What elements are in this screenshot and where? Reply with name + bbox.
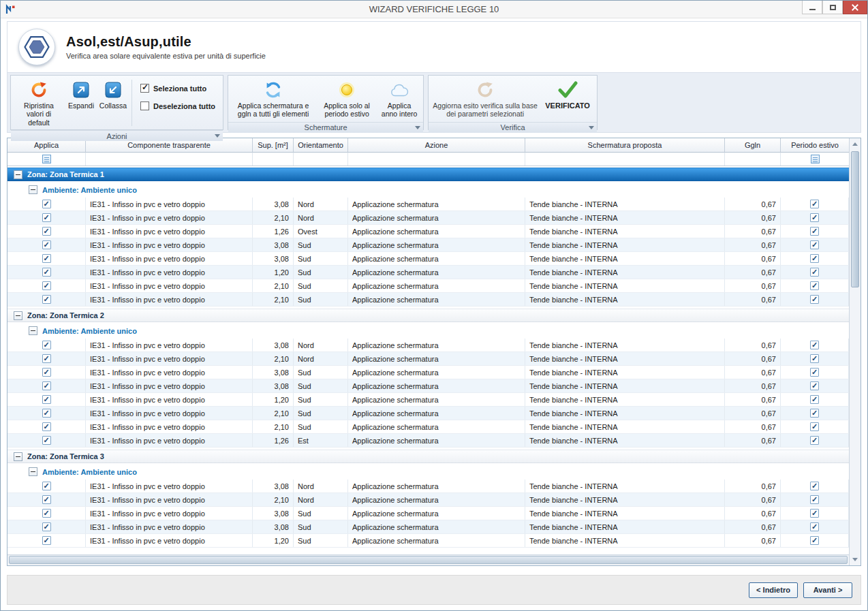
- filter-cell-componente[interactable]: [86, 153, 253, 166]
- applica-checkbox[interactable]: [42, 436, 51, 445]
- applica-checkbox[interactable]: [42, 368, 51, 377]
- table-row[interactable]: IE31 - Infisso in pvc e vetro doppio1,26…: [7, 434, 849, 448]
- periodo-estivo-checkbox[interactable]: [810, 281, 819, 290]
- verificato-button[interactable]: VERIFICATO: [540, 77, 595, 121]
- ripristina-default-button[interactable]: Ripristina valori di default: [13, 77, 65, 129]
- applica-checkbox[interactable]: [42, 268, 51, 277]
- scroll-down-button[interactable]: [850, 554, 861, 565]
- applica-checkbox[interactable]: [42, 240, 51, 249]
- table-row[interactable]: IE31 - Infisso in pvc e vetro doppio3,08…: [7, 379, 849, 393]
- seleziona-tutto-checkbox[interactable]: Seleziona tutto: [140, 84, 215, 93]
- applica-checkbox[interactable]: [42, 509, 51, 518]
- dialog-launcher-icon[interactable]: [415, 126, 420, 129]
- filter-cell-azione[interactable]: [348, 153, 525, 166]
- vertical-scrollbar[interactable]: [849, 138, 861, 565]
- column-header-orientamento[interactable]: Orientamento: [294, 138, 348, 153]
- applica-anno-intero-button[interactable]: Applica anno intero: [377, 77, 421, 121]
- column-header-periodo-estivo[interactable]: Periodo estivo: [781, 138, 849, 153]
- periodo-estivo-checkbox[interactable]: [810, 395, 819, 404]
- applica-checkbox[interactable]: [42, 409, 51, 418]
- periodo-estivo-checkbox[interactable]: [810, 227, 819, 236]
- dialog-launcher-icon[interactable]: [589, 126, 594, 129]
- column-header-sup[interactable]: Sup. [m²]: [253, 138, 294, 153]
- table-row[interactable]: IE31 - Infisso in pvc e vetro doppio2,10…: [7, 420, 849, 434]
- applica-checkbox[interactable]: [42, 422, 51, 431]
- table-row[interactable]: IE31 - Infisso in pvc e vetro doppio3,08…: [7, 520, 849, 534]
- table-row[interactable]: IE31 - Infisso in pvc e vetro doppio3,08…: [7, 480, 849, 493]
- table-row[interactable]: IE31 - Infisso in pvc e vetro doppio2,10…: [7, 293, 849, 307]
- applica-checkbox[interactable]: [42, 281, 51, 290]
- zone-group-row[interactable]: Zona: Zona Termica 2: [7, 309, 849, 322]
- back-button[interactable]: < Indietro: [749, 582, 798, 598]
- column-header-schermatura[interactable]: Schermatura proposta: [525, 138, 725, 153]
- dialog-launcher-icon[interactable]: [215, 134, 220, 138]
- collapse-icon[interactable]: [29, 326, 37, 335]
- filter-cell-applica[interactable]: [7, 153, 86, 166]
- periodo-estivo-checkbox[interactable]: [810, 354, 819, 363]
- applica-checkbox[interactable]: [42, 536, 51, 545]
- table-row[interactable]: IE31 - Infisso in pvc e vetro doppio1,20…: [7, 266, 849, 279]
- scroll-up-button[interactable]: [850, 138, 861, 150]
- periodo-estivo-checkbox[interactable]: [810, 436, 819, 445]
- periodo-estivo-checkbox[interactable]: [810, 240, 819, 249]
- applica-checkbox[interactable]: [42, 522, 51, 531]
- table-row[interactable]: IE31 - Infisso in pvc e vetro doppio2,10…: [7, 407, 849, 420]
- collapse-icon[interactable]: [14, 452, 22, 461]
- applica-checkbox[interactable]: [42, 254, 51, 263]
- applica-checkbox[interactable]: [42, 395, 51, 404]
- horizontal-scrollbar[interactable]: [7, 554, 849, 565]
- applica-checkbox[interactable]: [42, 495, 51, 504]
- table-row[interactable]: IE31 - Infisso in pvc e vetro doppio3,08…: [7, 507, 849, 520]
- table-row[interactable]: IE31 - Infisso in pvc e vetro doppio3,08…: [7, 366, 849, 379]
- table-row[interactable]: IE31 - Infisso in pvc e vetro doppio3,08…: [7, 198, 849, 211]
- filter-cell-sup[interactable]: [253, 153, 294, 166]
- applica-checkbox[interactable]: [42, 200, 51, 208]
- periodo-estivo-checkbox[interactable]: [810, 536, 819, 545]
- table-row[interactable]: IE31 - Infisso in pvc e vetro doppio3,08…: [7, 339, 849, 352]
- table-row[interactable]: IE31 - Infisso in pvc e vetro doppio2,10…: [7, 279, 849, 293]
- zone-group-row[interactable]: Zona: Zona Termica 1: [7, 168, 849, 181]
- applica-schermatura-tutti-button[interactable]: Applica schermatura e ggln a tutti gli e…: [230, 77, 316, 121]
- applica-checkbox[interactable]: [42, 213, 51, 222]
- periodo-estivo-checkbox[interactable]: [810, 368, 819, 377]
- close-button[interactable]: [843, 1, 867, 14]
- espandi-button[interactable]: Espandi: [65, 77, 97, 129]
- aggiorna-esito-button[interactable]: Aggiorna esito verifica sulla base dei p…: [431, 77, 540, 121]
- periodo-estivo-checkbox[interactable]: [810, 422, 819, 431]
- applica-checkbox[interactable]: [42, 354, 51, 363]
- periodo-estivo-checkbox[interactable]: [810, 254, 819, 263]
- column-header-azione[interactable]: Azione: [348, 138, 525, 153]
- periodo-estivo-checkbox[interactable]: [810, 522, 819, 531]
- ambiente-group-row[interactable]: Ambiente: Ambiente unico: [7, 324, 849, 337]
- periodo-estivo-checkbox[interactable]: [810, 482, 819, 490]
- filter-cell-orientamento[interactable]: [294, 153, 348, 166]
- scrollbar-thumb[interactable]: [851, 151, 859, 287]
- periodo-estivo-checkbox[interactable]: [810, 509, 819, 518]
- applica-periodo-estivo-button[interactable]: Applica solo al periodo estivo: [317, 77, 377, 121]
- periodo-estivo-checkbox[interactable]: [810, 409, 819, 418]
- zone-group-row[interactable]: Zona: Zona Termica 3: [7, 450, 849, 463]
- periodo-estivo-checkbox[interactable]: [810, 341, 819, 349]
- collapse-icon[interactable]: [29, 185, 37, 194]
- table-row[interactable]: IE31 - Infisso in pvc e vetro doppio1,20…: [7, 534, 849, 548]
- periodo-estivo-checkbox[interactable]: [810, 200, 819, 208]
- collapse-icon[interactable]: [29, 467, 37, 476]
- table-row[interactable]: IE31 - Infisso in pvc e vetro doppio2,10…: [7, 493, 849, 507]
- filter-cell-ggln[interactable]: [725, 153, 781, 166]
- applica-checkbox[interactable]: [42, 341, 51, 349]
- next-button[interactable]: Avanti >: [803, 582, 852, 598]
- collassa-button[interactable]: Collassa: [97, 77, 129, 129]
- table-row[interactable]: IE31 - Infisso in pvc e vetro doppio2,10…: [7, 211, 849, 225]
- filter-cell-periodo-estivo[interactable]: [781, 153, 849, 166]
- table-row[interactable]: IE31 - Infisso in pvc e vetro doppio3,08…: [7, 252, 849, 266]
- periodo-estivo-checkbox[interactable]: [810, 213, 819, 222]
- applica-checkbox[interactable]: [42, 295, 51, 304]
- column-header-ggln[interactable]: Ggln: [725, 138, 781, 153]
- applica-checkbox[interactable]: [42, 482, 51, 490]
- ambiente-group-row[interactable]: Ambiente: Ambiente unico: [7, 183, 849, 196]
- periodo-estivo-checkbox[interactable]: [810, 381, 819, 390]
- collapse-icon[interactable]: [14, 311, 22, 320]
- scrollbar-track[interactable]: [850, 150, 861, 554]
- periodo-estivo-checkbox[interactable]: [810, 295, 819, 304]
- applica-checkbox[interactable]: [42, 227, 51, 236]
